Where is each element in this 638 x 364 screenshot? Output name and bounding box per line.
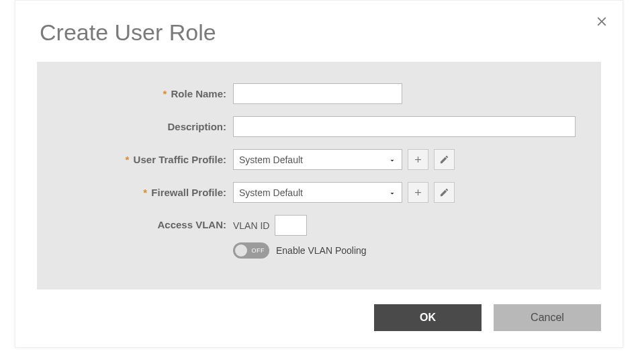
ok-button[interactable]: OK: [374, 304, 482, 331]
description-label: Description:: [58, 121, 233, 132]
row-role-name: * Role Name:: [58, 83, 580, 104]
user-traffic-profile-edit-button[interactable]: [434, 149, 455, 170]
role-name-input[interactable]: [233, 83, 402, 104]
user-traffic-profile-select[interactable]: System Default: [233, 149, 402, 170]
dialog-title: Create User Role: [15, 1, 623, 46]
user-traffic-profile-label: * User Traffic Profile:: [58, 154, 233, 165]
vlan-id-label: VLAN ID: [233, 220, 269, 231]
toggle-state-text: OFF: [252, 247, 265, 254]
firewall-profile-add-button[interactable]: [408, 182, 428, 203]
plus-icon: [413, 154, 423, 165]
pencil-icon: [439, 187, 449, 197]
button-bar: OK Cancel: [374, 304, 601, 331]
required-star-icon: *: [126, 154, 130, 165]
toggle-knob-icon: [235, 244, 247, 257]
user-traffic-profile-add-button[interactable]: [408, 149, 428, 170]
user-traffic-profile-value: System Default: [239, 154, 396, 165]
access-vlan-label: Access VLAN:: [58, 215, 233, 230]
role-name-label: * Role Name:: [58, 88, 233, 99]
create-user-role-dialog: Create User Role * Role Name: Descriptio…: [15, 0, 623, 348]
pencil-icon: [439, 154, 449, 165]
firewall-profile-select[interactable]: System Default: [233, 182, 402, 203]
close-icon: [594, 14, 609, 29]
cancel-button[interactable]: Cancel: [494, 304, 601, 331]
row-description: Description:: [58, 116, 580, 137]
plus-icon: [413, 187, 423, 197]
vlan-id-input[interactable]: [275, 215, 307, 236]
required-star-icon: *: [143, 187, 147, 198]
firewall-profile-value: System Default: [239, 187, 396, 198]
row-access-vlan: Access VLAN: VLAN ID OFF Enable VLAN Poo…: [58, 215, 580, 259]
row-firewall-profile: * Firewall Profile: System Default: [58, 182, 580, 203]
chevron-down-icon: [388, 188, 396, 200]
firewall-profile-edit-button[interactable]: [434, 182, 455, 203]
description-input[interactable]: [233, 116, 576, 137]
form-panel: * Role Name: Description: * User Traffic…: [37, 62, 601, 289]
close-button[interactable]: [594, 14, 609, 32]
vlan-pooling-label: Enable VLAN Pooling: [276, 245, 367, 256]
chevron-down-icon: [388, 155, 396, 167]
required-star-icon: *: [163, 88, 167, 99]
firewall-profile-label: * Firewall Profile:: [58, 187, 233, 198]
row-user-traffic-profile: * User Traffic Profile: System Default: [58, 149, 580, 170]
vlan-pooling-toggle[interactable]: OFF: [233, 242, 269, 259]
